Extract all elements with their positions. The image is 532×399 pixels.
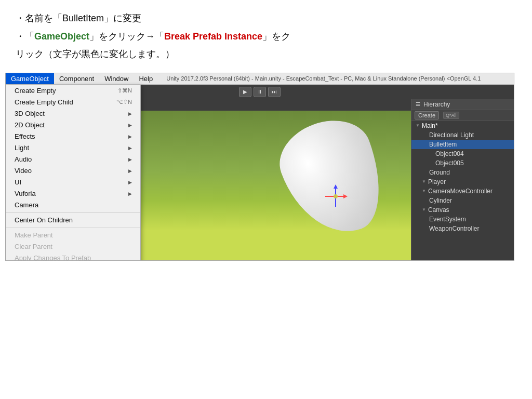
hierarchy-item-eventsystem[interactable]: EventSystem <box>411 215 514 224</box>
menu-item-label: 2D Object <box>15 121 45 129</box>
hierarchy-item-ground[interactable]: Ground <box>411 168 514 177</box>
menubar-item-gameobject[interactable]: GameObject <box>6 73 54 84</box>
menu-item-arrow-icon: ▶ <box>128 157 132 162</box>
menu-item-center-on-children[interactable]: Center On Children <box>6 215 140 226</box>
menu-item-arrow-icon: ▶ <box>128 168 132 174</box>
instruction-line1: ・名前を「BulletItem」に変更 <box>16 10 516 26</box>
menu-item-audio[interactable]: Audio▶ <box>6 154 140 165</box>
hierarchy-item-object005[interactable]: Object005 <box>411 158 514 168</box>
hierarchy-item-label: BulletItem <box>429 141 457 148</box>
instruction-line3: リック（文字が黒色に変化します。） <box>16 46 516 62</box>
menubar-item-help[interactable]: Help <box>134 73 158 84</box>
hierarchy-item-label: Main* <box>422 122 438 129</box>
menu-separator-13 <box>6 228 140 228</box>
menu-item-label: Camera <box>15 201 38 209</box>
menu-item-camera[interactable]: Camera <box>6 200 140 211</box>
menu-item-label: Apply Changes To Prefab <box>15 254 91 261</box>
expand-icon: ▼ <box>422 207 426 212</box>
hierarchy-item-object004[interactable]: Object004 <box>411 149 514 158</box>
menu-item-clear-parent: Clear Parent <box>6 241 140 252</box>
menu-separator-11 <box>6 212 140 213</box>
hierarchy-item-label: Directional Light <box>429 131 474 139</box>
menu-item-label: Make Parent <box>15 231 53 239</box>
menu-item-label: 3D Object <box>15 110 45 117</box>
menu-item-arrow-icon: ▶ <box>128 191 132 196</box>
menu-item-label: Create Empty <box>15 87 56 95</box>
menu-item-apply-changes-to-prefab: Apply Changes To Prefab <box>6 252 140 261</box>
menubar-item-window[interactable]: Window <box>99 73 134 84</box>
menu-item-shortcut: ⌥⇧N <box>116 99 132 105</box>
menu-item-vuforia[interactable]: Vuforia▶ <box>6 188 140 200</box>
hierarchy-header: ☰ Hierarchy <box>411 99 514 110</box>
menu-item-arrow-icon: ▶ <box>128 180 132 185</box>
svg-marker-2 <box>334 184 338 189</box>
hierarchy-item-label: Player <box>428 178 446 185</box>
menu-item-label: Effects <box>15 132 35 140</box>
menu-item-label: Clear Parent <box>15 243 52 250</box>
hierarchy-item-player[interactable]: ▼Player <box>411 177 514 187</box>
play-button[interactable]: ▶ <box>239 87 251 97</box>
titlebar-text: Unity 2017.2.0f3 Personal (64bit) - Main… <box>158 75 514 82</box>
menu-item-make-parent: Make Parent <box>6 230 140 241</box>
menu-item-label: UI <box>15 178 21 186</box>
hierarchy-item-canvas[interactable]: ▼Canvas <box>411 205 514 215</box>
dropdown-list: Create Empty⇧⌘NCreate Empty Child⌥⇧N3D O… <box>6 85 140 261</box>
menu-item-arrow-icon: ▶ <box>128 134 132 139</box>
hierarchy-item-cameramovecontroller[interactable]: ▼CameraMoveController <box>411 187 514 196</box>
menu-item-label: Create Empty Child <box>15 98 73 106</box>
scene-object-white <box>270 109 396 248</box>
menu-item-label: Vuforia <box>15 190 36 197</box>
pause-button[interactable]: ⏸ <box>254 87 266 97</box>
menu-item-effects[interactable]: Effects▶ <box>6 131 140 142</box>
menu-item-arrow-icon: ▶ <box>128 123 132 128</box>
hierarchy-item-label: WeaponController <box>429 225 480 232</box>
scene-gizmo <box>323 183 343 204</box>
hierarchy-item-weaponcontroller[interactable]: WeaponController <box>411 224 514 233</box>
menu-item-2d-object[interactable]: 2D Object▶ <box>6 119 140 131</box>
hierarchy-item-main*[interactable]: ▼Main* <box>411 121 514 130</box>
menu-item-label: Center On Children <box>15 216 73 224</box>
hierarchy-item-label: Object004 <box>435 150 464 157</box>
menu-item-video[interactable]: Video▶ <box>6 165 140 177</box>
hierarchy-panel: ☰ Hierarchy Create Q*All ▼Main*Direction… <box>411 99 514 260</box>
hierarchy-create-button[interactable]: Create <box>415 111 439 119</box>
hierarchy-item-directional-light[interactable]: Directional Light <box>411 130 514 140</box>
menu-item-label: Video <box>15 167 32 175</box>
hierarchy-item-cylinder[interactable]: Cylinder <box>411 196 514 205</box>
menu-item-shortcut: ⇧⌘N <box>117 87 132 94</box>
hierarchy-item-bulletitem[interactable]: BulletItem <box>411 140 514 149</box>
menu-item-arrow-icon: ▶ <box>128 111 132 116</box>
expand-icon: ▼ <box>422 189 426 193</box>
menu-item-label: Light <box>15 144 29 152</box>
menu-item-ui[interactable]: UI▶ <box>6 177 140 188</box>
menubar: GameObject Component Window Help Unity 2… <box>6 73 514 85</box>
instruction-area: ・名前を「BulletItem」に変更 ・「GameObject」をクリック→「… <box>0 0 532 73</box>
step-button[interactable]: ⏭ <box>268 87 281 97</box>
expand-icon: ▼ <box>416 123 420 128</box>
svg-marker-3 <box>343 194 348 198</box>
menu-item-arrow-icon: ▶ <box>128 145 132 151</box>
hierarchy-search-placeholder: Q*All <box>443 112 459 119</box>
instruction-line2: ・「GameObject」をクリック→「Break Prefab Instanc… <box>16 29 516 45</box>
expand-icon: ▼ <box>422 179 426 184</box>
hierarchy-item-label: Object005 <box>435 159 464 167</box>
menubar-item-component[interactable]: Component <box>54 73 99 84</box>
svg-point-4 <box>334 194 338 198</box>
menu-item-create-empty-child[interactable]: Create Empty Child⌥⇧N <box>6 97 140 108</box>
hierarchy-item-label: Canvas <box>428 206 449 214</box>
menu-item-create-empty[interactable]: Create Empty⇧⌘N <box>6 85 140 97</box>
menu-item-label: Audio <box>15 155 32 163</box>
dropdown-menu: Create Empty⇧⌘NCreate Empty Child⌥⇧N3D O… <box>6 85 141 261</box>
hierarchy-list: ▼Main*Directional LightBulletItemObject0… <box>411 121 514 233</box>
hierarchy-item-label: EventSystem <box>429 216 466 223</box>
hierarchy-item-label: CameraMoveController <box>428 188 493 195</box>
menu-item-light[interactable]: Light▶ <box>6 142 140 154</box>
hierarchy-item-label: Ground <box>429 169 450 176</box>
hierarchy-item-label: Cylinder <box>429 197 452 204</box>
menu-item-3d-object[interactable]: 3D Object▶ <box>6 108 140 119</box>
screenshot-container: GameObject Component Window Help Unity 2… <box>5 73 514 261</box>
hierarchy-toolbar: Create Q*All <box>411 110 514 121</box>
